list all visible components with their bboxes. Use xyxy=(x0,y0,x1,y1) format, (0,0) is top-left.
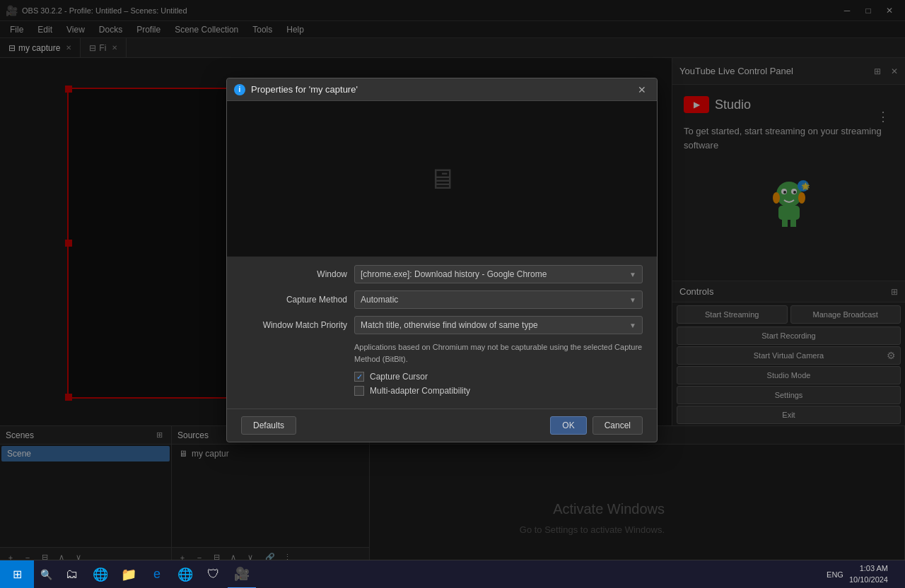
window-row: Window [chrome.exe]: Download history - … xyxy=(241,265,643,283)
dialog-close-button[interactable]: ✕ xyxy=(634,82,650,98)
search-icon: 🔍 xyxy=(40,569,52,580)
multi-adapter-label: Multi-adapter Compatibility xyxy=(370,386,470,396)
window-select[interactable]: [chrome.exe]: Download history - Google … xyxy=(354,265,643,283)
taskbar-task-view[interactable]: 🗂 xyxy=(58,560,86,589)
taskbar-clock[interactable]: 1:03 AM 10/10/2024 xyxy=(849,563,888,585)
security-icon: 🛡 xyxy=(207,567,220,582)
capture-cursor-label: Capture Cursor xyxy=(370,372,428,382)
dialog-footer-right: OK Cancel xyxy=(550,416,643,435)
capture-cursor-row: ✓ Capture Cursor xyxy=(354,372,643,382)
defaults-button[interactable]: Defaults xyxy=(241,416,296,435)
taskbar-chrome[interactable]: 🌐 xyxy=(171,560,199,589)
explorer-icon: 📁 xyxy=(121,567,136,582)
window-match-value: Match title, otherwise find window of sa… xyxy=(361,320,538,330)
taskbar-right: ENG 1:03 AM 10/10/2024 xyxy=(827,563,905,585)
taskbar-search-button[interactable]: 🔍 xyxy=(34,560,58,589)
start-icon: ⊞ xyxy=(13,568,22,581)
dialog-title-text: Properties for 'my capture' xyxy=(251,84,358,95)
window-match-arrow: ▼ xyxy=(629,322,636,329)
dialog-overlay: i Properties for 'my capture' ✕ 🖥 Window… xyxy=(0,0,905,588)
multi-adapter-row: Multi-adapter Compatibility xyxy=(354,386,643,396)
taskbar-ie[interactable]: e xyxy=(143,560,171,589)
dialog-titlebar: i Properties for 'my capture' ✕ xyxy=(227,78,657,101)
start-button[interactable]: ⊞ xyxy=(0,560,34,589)
taskbar-edge[interactable]: 🌐 xyxy=(86,560,115,589)
ie-icon: e xyxy=(153,567,160,582)
taskbar: ⊞ 🔍 🗂 🌐 📁 e 🌐 🛡 🎥 ENG 1:03 AM 10/10/2024 xyxy=(0,560,905,588)
preview-placeholder: 🖥 xyxy=(428,163,456,195)
taskbar-explorer[interactable]: 📁 xyxy=(115,560,143,589)
obs-taskbar-icon: 🎥 xyxy=(234,566,250,582)
taskbar-lang: ENG xyxy=(827,570,843,579)
dialog-footer: Defaults OK Cancel xyxy=(227,408,657,442)
capture-method-row: Capture Method Automatic ▼ xyxy=(241,290,643,309)
window-select-arrow: ▼ xyxy=(629,271,636,278)
window-value: [chrome.exe]: Download history - Google … xyxy=(361,269,547,279)
clock-date: 10/10/2024 xyxy=(849,575,888,585)
cancel-button[interactable]: Cancel xyxy=(592,416,643,435)
multi-adapter-checkbox[interactable] xyxy=(354,386,364,396)
chrome-icon: 🌐 xyxy=(177,567,193,582)
window-match-label: Window Match Priority xyxy=(241,320,347,330)
capture-method-arrow: ▼ xyxy=(629,296,636,304)
capture-method-value: Automatic xyxy=(361,295,398,305)
taskbar-windows-security[interactable]: 🛡 xyxy=(199,560,228,589)
dialog-icon: i xyxy=(234,84,245,95)
ok-button[interactable]: OK xyxy=(550,416,586,435)
clock-time: 1:03 AM xyxy=(849,563,888,574)
dialog-preview-area: 🖥 xyxy=(227,101,657,257)
dialog-title-content: i Properties for 'my capture' xyxy=(234,84,358,95)
dialog-form: Window [chrome.exe]: Download history - … xyxy=(227,257,657,408)
task-view-icon: 🗂 xyxy=(66,567,78,582)
capture-method-select[interactable]: Automatic ▼ xyxy=(354,290,643,309)
checkmark-icon: ✓ xyxy=(356,372,363,382)
capture-method-label: Capture Method xyxy=(241,295,347,305)
taskbar-obs[interactable]: 🎥 xyxy=(228,560,256,589)
properties-dialog: i Properties for 'my capture' ✕ 🖥 Window… xyxy=(226,78,658,442)
window-match-row: Window Match Priority Match title, other… xyxy=(241,316,643,334)
capture-cursor-checkbox[interactable]: ✓ xyxy=(354,372,364,382)
window-match-select[interactable]: Match title, otherwise find window of sa… xyxy=(354,316,643,334)
chromium-note: Applications based on Chromium may not b… xyxy=(354,341,643,365)
window-label: Window xyxy=(241,269,347,279)
edge-icon: 🌐 xyxy=(93,567,108,582)
